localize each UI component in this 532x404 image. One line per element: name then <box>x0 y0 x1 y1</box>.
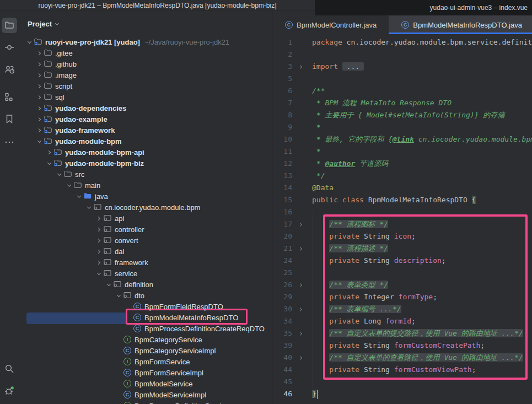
chevron-right-icon[interactable] <box>35 60 44 68</box>
chevron-right-icon[interactable] <box>35 82 44 90</box>
activity-button-more[interactable] <box>2 134 17 150</box>
tree-item-bpmformserviceimpl[interactable]: CBpmFormServiceImpl <box>19 367 272 378</box>
code-line[interactable]: 7 * BPM 流程 MetaInfo Response DTO <box>272 97 532 109</box>
activity-button-bookmarks[interactable] <box>2 111 17 127</box>
code-line[interactable]: 30 /** 表单编号 ...*/ <box>272 303 532 315</box>
fold-arrow-icon[interactable] <box>294 303 307 315</box>
chevron-down-icon[interactable] <box>74 192 83 201</box>
code-line[interactable]: 9 * <box>272 121 532 133</box>
tree-item-convert[interactable]: convert <box>19 235 272 246</box>
code-line[interactable]: 24 private String description; <box>272 255 532 267</box>
chevron-right-icon[interactable] <box>94 225 103 234</box>
fold-arrow-icon[interactable] <box>294 243 307 255</box>
chevron-right-icon[interactable] <box>35 126 44 134</box>
code-line[interactable]: 3import ... <box>272 61 532 73</box>
activity-button-pull-requests[interactable]: ? <box>2 62 17 77</box>
code-line[interactable]: 6/** <box>272 85 532 97</box>
tree-item-bpmformfieldrespdto[interactable]: CBpmFormFieldRespDTO <box>19 301 272 312</box>
fold-arrow-icon[interactable] <box>294 327 307 340</box>
tree-item-bpmmodelservice[interactable]: IBpmModelService <box>19 378 272 389</box>
tree-item-yudao-dependencies[interactable]: yudao-dependencies <box>19 103 272 114</box>
code-line[interactable]: 10 * 最终, 它的字段和 {@link cn.iocoder.yudao.m… <box>272 133 532 146</box>
fold-arrow-icon[interactable] <box>294 279 307 291</box>
tree-item-src[interactable]: src <box>19 169 272 180</box>
chevron-right-icon[interactable] <box>94 236 103 245</box>
tree-item-sql[interactable]: sql <box>19 91 272 103</box>
code-line[interactable]: 5 <box>272 73 532 85</box>
chevron-down-icon[interactable] <box>35 137 44 146</box>
code-line[interactable]: 1package cn.iocoder.yudao.module.bpm.ser… <box>272 36 532 49</box>
code-editor[interactable]: 1package cn.iocoder.yudao.module.bpm.ser… <box>272 34 532 404</box>
activity-button-commit[interactable] <box>2 40 17 55</box>
code-line[interactable]: 45 <box>272 376 532 388</box>
chevron-right-icon[interactable] <box>94 247 103 256</box>
code-line[interactable]: 44 private String formCustomViewPath; <box>272 364 532 376</box>
tree-item--github[interactable]: .github <box>19 58 272 69</box>
tree-item-cn-iocoder-yudao-module-bpm[interactable]: cn.iocoder.yudao.module.bpm <box>19 202 272 213</box>
activity-button-structure[interactable] <box>2 89 17 105</box>
chevron-right-icon[interactable] <box>94 214 103 223</box>
code-line[interactable]: 17 /** 流程图标 */ <box>272 218 532 230</box>
chevron-right-icon[interactable] <box>35 49 44 57</box>
chevron-right-icon[interactable] <box>94 258 103 267</box>
tree-item-yudao-framework[interactable]: yudao-framework <box>19 125 272 136</box>
code-line[interactable]: 46} <box>272 388 532 400</box>
activity-button-problems[interactable] <box>2 383 17 398</box>
tree-item-bpmprocessdefinitioncreatereqdto[interactable]: CBpmProcessDefinitionCreateReqDTO <box>19 323 272 334</box>
chevron-down-icon[interactable] <box>114 291 123 300</box>
tree-item-script[interactable]: script <box>19 80 272 91</box>
tree-item-ruoyi-vue-pro-jdk21-yudao-[interactable]: ruoyi-vue-pro-jdk21 [yudao]~/Java/ruoyi-… <box>19 36 272 47</box>
chevron-down-icon[interactable] <box>45 159 53 168</box>
chevron-down-icon[interactable] <box>94 269 103 278</box>
code-line[interactable]: 26 /** 表单类型 */ <box>272 279 532 291</box>
tree-item-yudao-module-bpm[interactable]: yudao-module-bpm <box>19 136 272 147</box>
tree-item-framework[interactable]: framework <box>19 257 272 268</box>
code-line[interactable]: 13 */ <box>272 170 532 182</box>
tree-item-dal[interactable]: dal <box>19 246 272 257</box>
code-line[interactable]: 12 * @author 芋道源码 <box>272 158 532 170</box>
background-window-title-bar[interactable]: yudao-ui-admin-vue3 – index.vue <box>315 0 532 15</box>
fold-arrow-icon[interactable] <box>294 61 307 73</box>
chevron-down-icon[interactable] <box>55 170 63 179</box>
tree-item-bpmmodelmetainforespdto[interactable]: CBpmModelMetaInfoRespDTO <box>19 312 272 323</box>
project-panel-header[interactable]: Project <box>19 11 272 36</box>
tab-bpmmodelcontroller[interactable]: C BpmModelController.java <box>272 15 389 34</box>
chevron-right-icon[interactable] <box>45 148 53 157</box>
code-line[interactable]: 16 <box>272 206 532 218</box>
tree-item--image[interactable]: .image <box>19 69 272 80</box>
fold-arrow-icon[interactable] <box>294 352 307 364</box>
tree-item-yudao-module-bpm-biz[interactable]: yudao-module-bpm-biz <box>19 158 272 169</box>
tree-item-bpmcategoryservice[interactable]: IBpmCategoryService <box>19 334 272 345</box>
chevron-down-icon[interactable] <box>25 37 34 46</box>
tree-item-dto[interactable]: dto <box>19 290 272 301</box>
code-line[interactable]: 15public class BpmModelMetaInfoRespDTO { <box>272 194 532 206</box>
tab-bpmmodelmetainforespdto[interactable]: C BpmModelMetaInfoRespDTO.java <box>389 15 532 34</box>
tree-item-service[interactable]: service <box>19 268 272 279</box>
chevron-right-icon[interactable] <box>35 71 44 79</box>
activity-button-search[interactable] <box>2 361 17 376</box>
chevron-right-icon[interactable] <box>35 104 44 112</box>
chevron-down-icon[interactable] <box>65 181 73 190</box>
tree-item-bpmcategoryserviceimpl[interactable]: CBpmCategoryServiceImpl <box>19 345 272 356</box>
code-line[interactable]: 34 private Long formId; <box>272 315 532 327</box>
tree-item-java[interactable]: java <box>19 191 272 202</box>
code-line[interactable]: 21 /** 流程描述 */ <box>272 243 532 255</box>
tree-item-bpmprocessdefinitionservice[interactable]: IBpmProcessDefinitionService <box>19 400 272 404</box>
code-line[interactable]: 20 private String icon; <box>272 230 532 243</box>
fold-arrow-icon[interactable] <box>294 218 307 230</box>
tree-item-definition[interactable]: definition <box>19 279 272 290</box>
tree-item-controller[interactable]: controller <box>19 224 272 235</box>
code-line[interactable]: 2 <box>272 49 532 61</box>
chevron-right-icon[interactable] <box>35 115 44 123</box>
code-line[interactable]: 14@Data <box>272 182 532 194</box>
code-line[interactable]: 25 <box>272 267 532 279</box>
code-line[interactable]: 29 private Integer formType; <box>272 291 532 303</box>
tree-item-bpmmodelserviceimpl[interactable]: CBpmModelServiceImpl <box>19 389 272 400</box>
chevron-right-icon[interactable] <box>35 93 44 101</box>
tree-item-yudao-example[interactable]: yudao-example <box>19 114 272 125</box>
tree-item--gitee[interactable]: .gitee <box>19 47 272 58</box>
tree-item-bpmformservice[interactable]: IBpmFormService <box>19 356 272 367</box>
code-line[interactable]: 40 /** 自定义表单的查看路径，使用 Vue 的路由地址 ...*/ <box>272 352 532 364</box>
code-line[interactable]: 11 * <box>272 146 532 158</box>
activity-button-project[interactable] <box>2 18 17 33</box>
